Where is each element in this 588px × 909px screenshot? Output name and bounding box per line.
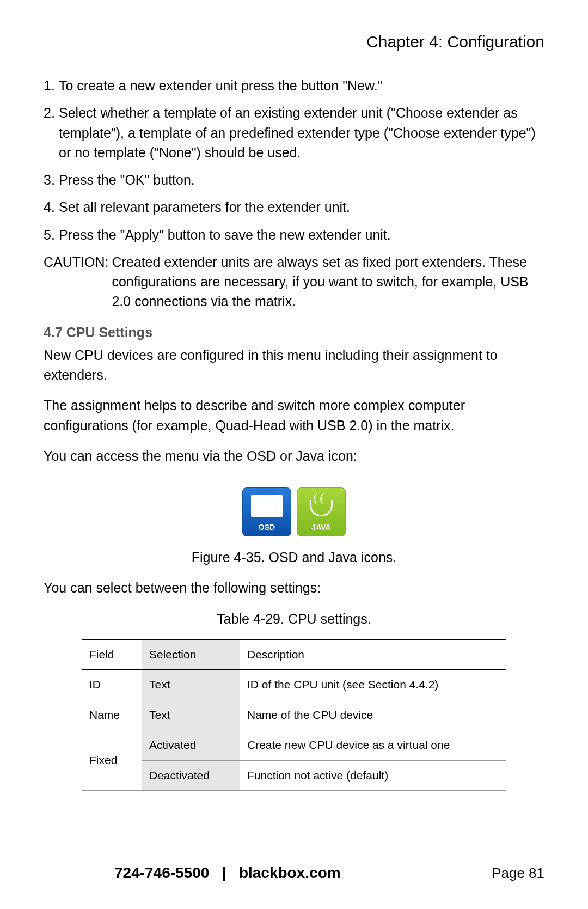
cell-field: ID: [82, 670, 142, 700]
paragraph: You can access the menu via the OSD or J…: [44, 446, 544, 466]
step-5: 5. Press the "Apply" button to save the …: [44, 225, 544, 245]
step-text: Set all relevant parameters for the exte…: [59, 197, 544, 217]
cell-selection: Text: [142, 700, 240, 730]
java-label: JAVA: [311, 522, 330, 533]
caution-text: Created extender units are always set as…: [112, 252, 544, 312]
step-1: 1. To create a new extender unit press t…: [44, 76, 544, 95]
step-4: 4. Set all relevant parameters for the e…: [44, 197, 544, 217]
java-icon: JAVA: [297, 487, 346, 536]
table-caption: Table 4-29. CPU settings.: [44, 609, 544, 629]
table-row: Fixed Activated Create new CPU device as…: [82, 730, 506, 760]
footer-sep: |: [222, 864, 226, 881]
step-text: To create a new extender unit press the …: [59, 76, 544, 95]
footer-page: Page 81: [492, 865, 544, 882]
monitor-icon: [251, 495, 283, 517]
paragraph: The assignment helps to describe and swi…: [44, 395, 544, 435]
th-description: Description: [240, 639, 506, 669]
cell-selection: Text: [142, 670, 240, 700]
step-text: Press the "Apply" button to save the new…: [59, 225, 544, 245]
caution-label: CAUTION:: [44, 252, 112, 312]
icons-row: OSD JAVA: [44, 487, 544, 536]
step-text: Press the "OK" button.: [59, 170, 544, 190]
footer-site: blackbox.com: [239, 864, 341, 881]
step-num: 5.: [44, 225, 59, 245]
figure-caption: Figure 4-35. OSD and Java icons.: [44, 547, 544, 567]
cell-selection: Deactivated: [142, 760, 240, 790]
step-3: 3. Press the "OK" button.: [44, 170, 544, 190]
footer-phone: 724-746-5500: [114, 864, 209, 881]
footer-contact: 724-746-5500 | blackbox.com: [44, 864, 341, 882]
chapter-header: Chapter 4: Configuration: [44, 33, 544, 59]
cell-description: ID of the CPU unit (see Section 4.4.2): [240, 670, 506, 700]
table-row: ID Text ID of the CPU unit (see Section …: [82, 670, 506, 700]
step-2: 2. Select whether a template of an exist…: [44, 103, 544, 162]
paragraph: You can select between the following set…: [44, 578, 544, 597]
cup-icon: [310, 500, 333, 516]
cpu-settings-table: Field Selection Description ID Text ID o…: [82, 639, 506, 791]
cell-field: Name: [82, 700, 142, 730]
step-num: 3.: [44, 170, 59, 190]
step-num: 4.: [44, 197, 59, 217]
cell-description: Function not active (default): [240, 760, 506, 790]
cell-field: Fixed: [82, 730, 142, 791]
step-text: Select whether a template of an existing…: [59, 103, 544, 162]
page-footer: 724-746-5500 | blackbox.com Page 81: [44, 853, 544, 882]
step-num: 1.: [44, 76, 59, 95]
content-body: 1. To create a new extender unit press t…: [44, 76, 544, 791]
cell-selection: Activated: [142, 730, 240, 760]
caution-block: CAUTION: Created extender units are alwa…: [44, 252, 544, 312]
section-heading: 4.7 CPU Settings: [44, 322, 544, 342]
cell-description: Name of the CPU device: [240, 700, 506, 730]
table-row: Name Text Name of the CPU device: [82, 700, 506, 730]
th-field: Field: [82, 639, 142, 669]
table-row: Deactivated Function not active (default…: [82, 760, 506, 790]
cell-description: Create new CPU device as a virtual one: [240, 730, 506, 760]
th-selection: Selection: [142, 639, 240, 669]
step-num: 2.: [44, 103, 59, 162]
osd-icon: OSD: [242, 487, 291, 536]
osd-label: OSD: [259, 522, 275, 533]
paragraph: New CPU devices are configured in this m…: [44, 345, 544, 385]
